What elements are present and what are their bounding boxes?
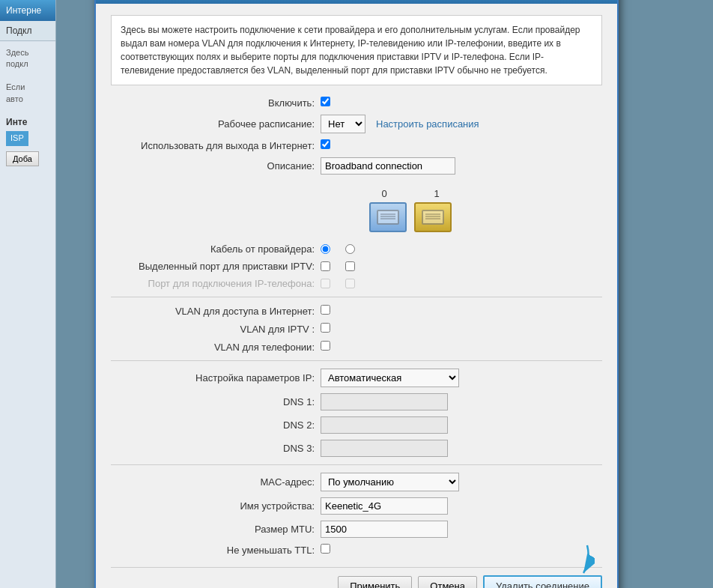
add-button[interactable]: Доба xyxy=(6,151,39,166)
arrow-indicator-icon xyxy=(550,542,595,579)
iptv-port-row: Выделенный порт для приставки IPTV: xyxy=(111,261,602,272)
provider-cable-control xyxy=(321,244,602,254)
device-name-row: Имя устройства: xyxy=(111,497,602,515)
ttl-checkbox[interactable] xyxy=(321,544,330,554)
dns3-input[interactable] xyxy=(321,440,448,457)
vlan-iptv-control xyxy=(321,323,602,335)
vlan-internet-control xyxy=(321,305,602,317)
cancel-button[interactable]: Отмена xyxy=(418,576,477,588)
dns2-row: DNS 2: xyxy=(111,416,602,434)
bottom-buttons: Применить Отмена Удалить соединение xyxy=(111,567,602,588)
description-control xyxy=(321,157,602,175)
vlan-iptv-checkbox[interactable] xyxy=(321,323,330,333)
ethernet-settings-dialog: Настройка подключения по Ethernet ✕ Здес… xyxy=(94,0,619,588)
separator-3 xyxy=(111,464,602,465)
device-name-input[interactable] xyxy=(321,497,448,515)
vlan-phone-label: VLAN для телефонии: xyxy=(111,342,321,353)
provider-cable-radio-1[interactable] xyxy=(345,244,355,254)
device-name-control xyxy=(321,497,602,515)
ip-phone-checkboxes xyxy=(321,279,602,288)
port-label-1: 1 xyxy=(418,188,455,199)
sidebar: Интерне Подкл Здесь подкл Если авто Инте… xyxy=(0,0,56,588)
schedule-row: Рабочее расписание: Нет Настроить распис… xyxy=(111,115,602,133)
port-connector-1 xyxy=(422,210,444,225)
schedule-control: Нет Настроить расписания xyxy=(321,115,602,133)
description-row: Описание: xyxy=(111,157,602,175)
separator-1 xyxy=(111,297,602,297)
port-connector-0 xyxy=(377,210,399,225)
description-input[interactable] xyxy=(321,157,455,175)
ip-phone-row: Порт для подключения IP-телефона: xyxy=(111,278,602,289)
mac-select[interactable]: По умолчанию Пользовательский xyxy=(321,473,459,491)
mtu-label: Размер MTU: xyxy=(111,524,321,535)
dns2-input[interactable] xyxy=(321,416,448,434)
port-icon-0[interactable] xyxy=(369,202,407,232)
mtu-control xyxy=(321,521,602,538)
dns2-control xyxy=(321,416,602,434)
port-labels: 0 1 xyxy=(365,188,455,199)
mac-control: По умолчанию Пользовательский xyxy=(321,473,602,491)
vlan-iptv-label: VLAN для IPTV : xyxy=(111,324,321,335)
provider-cable-row: Кабель от провайдера: xyxy=(111,243,602,255)
sidebar-content: Здесь подкл Если авто Инте ISP Доба xyxy=(0,41,55,172)
mtu-input[interactable] xyxy=(321,521,448,538)
iptv-port-check-1[interactable] xyxy=(345,261,355,271)
dns1-input[interactable] xyxy=(321,393,448,410)
sidebar-title: Интерне xyxy=(0,0,55,21)
vlan-internet-label: VLAN для доступа в Интернет: xyxy=(111,306,321,317)
iptv-port-check-0[interactable] xyxy=(321,261,330,271)
provider-cable-label: Кабель от провайдера: xyxy=(111,243,321,255)
enable-control xyxy=(321,97,602,109)
schedule-label: Рабочее расписание: xyxy=(111,118,321,130)
internet-row: Использовать для выхода в Интернет: xyxy=(111,139,602,151)
port-icon-1[interactable] xyxy=(414,202,452,232)
isp-badge[interactable]: ISP xyxy=(6,131,28,145)
vlan-phone-checkbox[interactable] xyxy=(321,341,330,351)
enable-label: Включить: xyxy=(111,97,321,109)
vlan-phone-control xyxy=(321,341,602,353)
internet-label: Использовать для выхода в Интернет: xyxy=(111,140,321,151)
vlan-iptv-row: VLAN для IPTV : xyxy=(111,323,602,335)
provider-cable-radios xyxy=(321,244,602,254)
iptv-port-checkboxes xyxy=(321,261,602,271)
separator-2 xyxy=(111,360,602,361)
schedule-link[interactable]: Настроить расписания xyxy=(376,118,479,130)
provider-cable-radio-0[interactable] xyxy=(321,244,330,254)
port-label-0: 0 xyxy=(365,188,403,199)
mac-label: MAC-адрес: xyxy=(111,476,321,488)
iptv-port-control xyxy=(321,261,602,271)
mac-row: MAC-адрес: По умолчанию Пользовательский xyxy=(111,473,602,491)
dns1-row: DNS 1: xyxy=(111,393,602,410)
ip-settings-control: Автоматическая Статическая xyxy=(321,369,602,387)
dns1-label: DNS 1: xyxy=(111,396,321,407)
ip-phone-check-0 xyxy=(321,279,330,288)
ttl-label: Не уменьшать TTL: xyxy=(111,545,321,556)
vlan-internet-row: VLAN для доступа в Интернет: xyxy=(111,305,602,317)
apply-button[interactable]: Применить xyxy=(338,576,412,588)
ip-phone-check-1 xyxy=(345,279,355,288)
enable-checkbox[interactable] xyxy=(321,97,330,106)
info-text: Здесь вы можете настроить подключение к … xyxy=(121,25,580,76)
vlan-internet-checkbox[interactable] xyxy=(321,305,330,315)
dns3-label: DNS 3: xyxy=(111,443,321,454)
device-name-label: Имя устройства: xyxy=(111,500,321,512)
vlan-phone-row: VLAN для телефонии: xyxy=(111,341,602,353)
info-box: Здесь вы можете настроить подключение к … xyxy=(111,15,602,85)
description-label: Описание: xyxy=(111,160,321,172)
enable-row: Включить: xyxy=(111,97,602,109)
ip-phone-control xyxy=(321,279,602,288)
iptv-port-label: Выделенный порт для приставки IPTV: xyxy=(111,261,321,272)
internet-checkbox[interactable] xyxy=(321,139,330,149)
ttl-row: Не уменьшать TTL: xyxy=(111,544,602,556)
dns3-control xyxy=(321,440,602,457)
dialog-body: Здесь вы можете настроить подключение к … xyxy=(96,4,617,588)
sidebar-tab[interactable]: Подкл xyxy=(0,21,55,41)
ip-settings-select[interactable]: Автоматическая Статическая xyxy=(321,369,459,387)
ip-settings-label: Настройка параметров IP: xyxy=(111,372,321,384)
internet-control xyxy=(321,139,602,151)
delete-button-container: Удалить соединение xyxy=(483,575,602,588)
schedule-select[interactable]: Нет xyxy=(321,115,365,133)
port-icons xyxy=(369,202,452,232)
dns1-control xyxy=(321,393,602,410)
ip-settings-row: Настройка параметров IP: Автоматическая … xyxy=(111,369,602,387)
